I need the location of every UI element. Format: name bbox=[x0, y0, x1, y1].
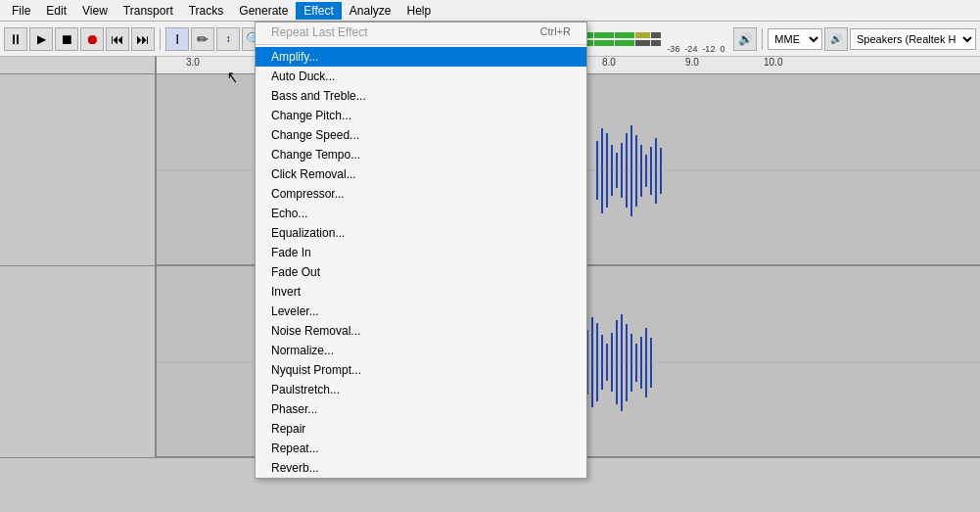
draw-tool[interactable]: ↕ bbox=[216, 27, 240, 51]
record-button[interactable]: ⏺ bbox=[80, 27, 104, 51]
effect-equalization[interactable]: Equalization... bbox=[256, 223, 586, 243]
separator-4 bbox=[762, 28, 763, 50]
menu-tracks[interactable]: Tracks bbox=[181, 2, 232, 20]
effect-change-pitch[interactable]: Change Pitch... bbox=[256, 106, 586, 125]
effect-leveler[interactable]: Leveler... bbox=[256, 302, 586, 321]
skip-start-button[interactable]: ⏮ bbox=[106, 27, 129, 51]
effect-repair[interactable]: Repair bbox=[256, 419, 586, 439]
effect-noise-removal[interactable]: Noise Removal... bbox=[256, 321, 586, 341]
effect-echo[interactable]: Echo... bbox=[256, 204, 586, 223]
menu-analyze[interactable]: Analyze bbox=[342, 2, 399, 20]
effect-change-speed[interactable]: Change Speed... bbox=[256, 125, 586, 145]
audio-api-select[interactable]: MME bbox=[768, 28, 822, 50]
output-device-select[interactable]: Speakers (Realtek H bbox=[850, 28, 976, 50]
menu-effect[interactable]: Effect bbox=[296, 2, 341, 20]
track-header-1 bbox=[0, 74, 155, 266]
separator-1 bbox=[160, 28, 161, 50]
track-headers bbox=[0, 57, 157, 458]
menu-transport[interactable]: Transport bbox=[116, 2, 181, 20]
effect-dropdown-menu: Repeat Last Effect Ctrl+R Amplify... Aut… bbox=[255, 22, 587, 479]
menubar: File Edit View Transport Tracks Generate… bbox=[0, 0, 980, 22]
skip-end-button[interactable]: ⏭ bbox=[131, 27, 155, 51]
effect-invert[interactable]: Invert bbox=[256, 282, 586, 302]
effect-bass-treble[interactable]: Bass and Treble... bbox=[256, 86, 586, 106]
envelope-tool[interactable]: ✏ bbox=[191, 27, 214, 51]
amplify-label: Amplify... bbox=[271, 50, 318, 64]
effect-fade-in[interactable]: Fade In bbox=[256, 243, 586, 262]
effect-fade-out[interactable]: Fade Out bbox=[256, 262, 586, 282]
track-header-2 bbox=[0, 266, 155, 458]
effect-click-removal[interactable]: Click Removal... bbox=[256, 164, 586, 184]
effect-repeat-last[interactable]: Repeat Last Effect Ctrl+R bbox=[256, 23, 586, 42]
menu-edit[interactable]: Edit bbox=[38, 2, 74, 20]
pause-button[interactable]: ⏸ bbox=[4, 27, 27, 51]
selection-tool[interactable]: I bbox=[165, 27, 189, 51]
stop-button[interactable]: ⏹ bbox=[55, 27, 78, 51]
effect-phaser[interactable]: Phaser... bbox=[256, 399, 586, 419]
repeat-last-shortcut: Ctrl+R bbox=[540, 25, 571, 37]
effect-amplify[interactable]: Amplify... bbox=[256, 47, 586, 67]
effect-normalize[interactable]: Normalize... bbox=[256, 341, 586, 360]
repeat-last-label: Repeat Last Effect bbox=[271, 25, 368, 39]
menu-file[interactable]: File bbox=[4, 2, 38, 20]
speaker-output-button[interactable]: 🔊 bbox=[733, 27, 757, 51]
effect-autoduck[interactable]: Auto Duck... bbox=[256, 67, 586, 86]
effect-change-tempo[interactable]: Change Tempo... bbox=[256, 145, 586, 164]
play-button[interactable]: ▶ bbox=[29, 27, 53, 51]
effect-separator-1 bbox=[256, 44, 586, 45]
effect-reverb[interactable]: Reverb... bbox=[256, 458, 586, 478]
menu-generate[interactable]: Generate bbox=[231, 2, 296, 20]
effect-repeat[interactable]: Repeat... bbox=[256, 439, 586, 458]
effect-paulstretch[interactable]: Paulstretch... bbox=[256, 380, 586, 399]
menu-view[interactable]: View bbox=[74, 2, 116, 20]
speaker-device-button[interactable]: 🔊 bbox=[824, 27, 848, 51]
menu-help[interactable]: Help bbox=[399, 2, 440, 20]
effect-compressor[interactable]: Compressor... bbox=[256, 184, 586, 204]
effect-nyquist-prompt[interactable]: Nyquist Prompt... bbox=[256, 360, 586, 380]
